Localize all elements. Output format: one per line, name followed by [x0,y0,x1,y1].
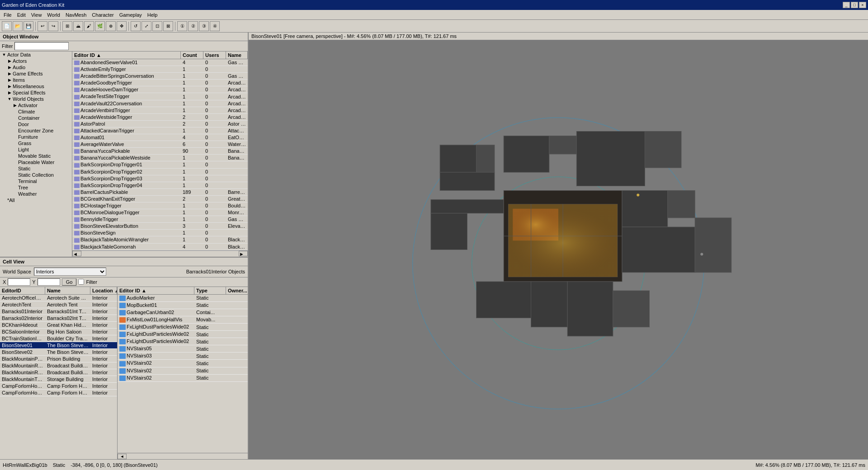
x-input[interactable] [8,278,30,286]
col-obj-type[interactable]: Type [194,287,226,294]
cam3-button[interactable]: ③ [199,21,209,31]
object-list-row[interactable]: BarkScorpionDropTrigger01 1 0 [72,161,248,168]
col-cell-location[interactable]: Location ▲ [90,287,117,294]
tree-grass[interactable]: Grass [0,140,72,146]
rotate-button[interactable]: ↺ [131,21,141,31]
save-button[interactable]: 💾 [24,21,33,31]
cell-list-row[interactable]: CampForlornHope02 Camp Forlorn Hope... I… [0,390,117,396]
menu-help[interactable]: Help [145,11,160,19]
col-cell-editorid[interactable]: EditorID [0,287,45,294]
obj-list-row[interactable]: NVStairs03 Static [118,352,248,360]
col-name[interactable]: Name [226,52,248,59]
undo-button[interactable]: ↩ [38,21,47,31]
tree-climate[interactable]: Climate [0,108,72,115]
object-list-row[interactable]: ArcadeHooverDamTrigger 1 0 Arcade Hoover… [72,86,248,93]
object-list-row[interactable]: BCGreatKhanExitTrigger 2 0 Great Khan Ex… [72,196,248,202]
cell-list-row[interactable]: BlackMountainRadio2 Broadcast Building..… [0,369,117,376]
maximize-button[interactable]: □ [851,2,858,8]
object-list-row[interactable]: BCMonroeDialogueTrigger 1 0 Monroe Dialo… [72,209,248,216]
new-button[interactable]: 📄 [2,21,12,31]
tree-furniture[interactable]: Furniture [0,134,72,140]
menu-gameplay[interactable]: Gameplay [117,11,145,19]
object-list-row[interactable]: AstorPatrol 2 0 Astor Patrol Stop [72,121,248,127]
foliage-button[interactable]: 🌿 [95,21,105,31]
tree-movable-static[interactable]: Movable Static [0,153,72,159]
object-list-row[interactable]: Automat01 4 0 EatOMatic 3000 [72,134,248,141]
scale-button[interactable]: ⤢ [142,21,151,31]
tree-audio[interactable]: ▶ Audio [0,64,72,70]
cell-list-row[interactable]: BlackMountainRadio Broadcast Building...… [0,362,117,369]
list-scroll-x[interactable]: ◄ ► [72,250,248,257]
cell-list-row[interactable]: Barracks02Interior Barracks02Int Tem... … [0,315,117,322]
tree-encounter-zone[interactable]: Encounter Zone [0,127,72,134]
y-input[interactable] [38,278,60,286]
obj-list-row[interactable]: NVStairs05 Static [118,345,248,352]
obj-list-row[interactable]: FxMistLow01LongHallVis Movab... [118,316,248,324]
go-button[interactable]: Go [62,278,77,286]
tree-terminal[interactable]: Terminal [0,178,72,184]
landscape-button[interactable]: ⛰ [73,21,83,31]
col-count[interactable]: Count [181,52,203,59]
object-list-row[interactable]: ArcadeGoodbyeTrigger 1 0 ArcadeGoodbyeTr… [72,80,248,86]
redo-button[interactable]: ↪ [48,21,58,31]
tree-special-effects[interactable]: ▶ Special Effects [0,89,72,96]
filter-input[interactable] [14,42,69,50]
cell-list-row[interactable]: BCTrainStationInterior Boulder City Trai… [0,335,117,342]
object-list-row[interactable]: BennyIdleTrigger 1 0 Gas Valve [72,216,248,223]
object-list-row[interactable]: BlackjackTableGomorrah 4 0 Blackjack Tab… [72,244,248,250]
obj-list-row[interactable]: FxLightDustParticlesWide02 Static [118,331,248,338]
scroll-right-btn[interactable]: ► [239,251,248,256]
tree-placeable-water[interactable]: Placeable Water [0,159,72,165]
object-list-row[interactable]: ArcadeTestSiteTrigger 1 0 Arcade Test Si… [72,93,248,100]
obj-list-row[interactable]: GarbageCanUrban02 Contai... [118,309,248,316]
object-list-row[interactable]: ArcadeVault22Conversation 1 0 Arcade Vau… [72,100,248,107]
menu-view[interactable]: View [28,11,45,19]
cell-list-row[interactable]: AerotechTent Aerotech Tent Interior [0,301,117,308]
tree-door[interactable]: Door [0,121,72,127]
menu-edit[interactable]: Edit [14,11,28,19]
obj-list-row[interactable]: FxLightDustParticlesWide02 Static [118,338,248,345]
object-list-row[interactable]: BlackjackTableAtomicWrangler 1 0 Blackja… [72,236,248,243]
select-button[interactable]: ⊕ [106,21,116,31]
cell-list-row[interactable]: AerotechOfficeInterio... Aerotech Suite … [0,295,117,301]
object-list-row[interactable]: BarkScorpionDropTrigger04 1 0 [72,182,248,189]
paint-button[interactable]: 🖌 [84,21,94,31]
tree-world-objects[interactable]: ▼ World Objects [0,96,72,102]
cell-list-row[interactable]: CampForlornHope01 Camp Forlorn Hope... I… [0,383,117,390]
tree-misc[interactable]: ▶ Miscellaneous [0,83,72,89]
object-list-row[interactable]: BarrelCactusPickable 189 0 Barrel Cactus [72,189,248,196]
object-list-row[interactable]: ArcadeWestsideTrigger 2 0 Arcade Westsid… [72,114,248,121]
grid-button[interactable]: ⊞ [62,21,72,31]
obj-list-row[interactable]: FxLightDustParticlesWide02 Static [118,324,248,331]
cell-list-row[interactable]: BCSaloonInterior Big Hon Saloon Interior [0,329,117,335]
menu-character[interactable]: Character [89,11,116,19]
tree-activator[interactable]: ▶ Activator [0,102,72,108]
tree-weather[interactable]: Weather [0,191,72,197]
object-list-row[interactable]: ArcadeVentbirdTrigger 1 0 Arcade Ventbir… [72,107,248,114]
menu-world[interactable]: World [44,11,63,19]
object-list-row[interactable]: BisonSteveSign 1 0 [72,230,248,236]
filter-checkbox[interactable] [78,279,84,285]
move-button[interactable]: ✥ [117,21,127,31]
cell-list-row[interactable]: BisonSteve01 The Bison Steve H... Interi… [0,342,117,349]
tool5[interactable]: ⊠ [163,21,173,31]
object-list-row[interactable]: ArcadeBitterSpringsConversation 1 0 Gas … [72,73,248,80]
scroll-left-btn[interactable]: ◄ [72,251,81,256]
tree-light[interactable]: Light [0,146,72,153]
object-list-row[interactable]: AverageWaterValve 6 0 Water Valve [72,141,248,148]
cam2-button[interactable]: ② [188,21,198,31]
object-list-row[interactable]: BarkScorpionDropTrigger03 1 0 [72,175,248,182]
col-obj-owner[interactable]: Owner... [226,287,248,294]
col-cell-name[interactable]: Name [45,287,90,294]
cell-list-row[interactable]: BisonSteve02 The Bison Steve H... Interi… [0,349,117,356]
world-space-select[interactable]: Interiors WastelandNV Zion [34,268,106,276]
minimize-button[interactable]: _ [843,2,850,8]
tree-static-collection[interactable]: Static Collection [0,172,72,178]
tree-actors[interactable]: ▶ Actors [0,58,72,64]
object-list-row[interactable]: BananaYuccaPickable 90 0 Banana Yucca [72,148,248,155]
object-list-row[interactable]: BananaYuccaPickableWestside 1 0 Banana Y… [72,155,248,161]
tree-tree[interactable]: Tree [0,184,72,191]
cell-list-row[interactable]: BlackMountainTreas... Storage Building I… [0,376,117,383]
cell-list-row[interactable]: BCKhanHideout Great Khan Hideou... Inter… [0,322,117,329]
cam4-button[interactable]: ④ [210,21,220,31]
